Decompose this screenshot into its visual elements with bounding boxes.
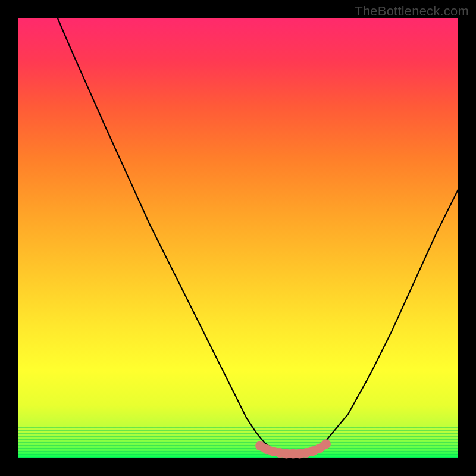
bottleneck-curve-path bbox=[58, 18, 458, 454]
marker-dot bbox=[321, 439, 331, 449]
bottom-markers bbox=[255, 439, 331, 458]
plot-area bbox=[18, 18, 458, 458]
bottleneck-curve-svg bbox=[18, 18, 458, 458]
chart-frame: TheBottleneck.com bbox=[0, 0, 476, 476]
watermark-label: TheBottleneck.com bbox=[355, 4, 469, 19]
curve-group bbox=[58, 18, 458, 454]
